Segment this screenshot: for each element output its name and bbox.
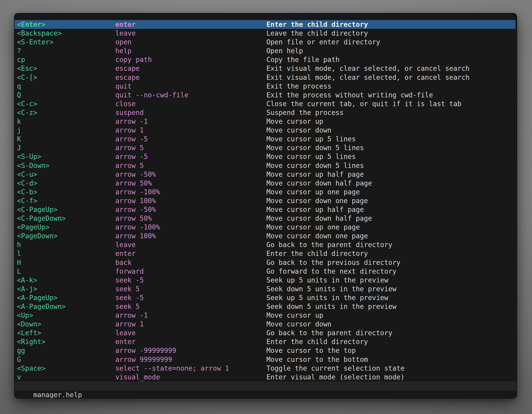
- help-row[interactable]: <C-d>arrow 50%Move cursor down half page: [15, 179, 515, 188]
- cmd-cell: leave: [115, 29, 266, 38]
- help-row[interactable]: <A-j>seek 5Seek down 5 units in the prev…: [15, 285, 515, 293]
- desc-cell: Open help: [266, 47, 515, 55]
- key-cell: <C-u>: [17, 170, 115, 179]
- cmd-cell: arrow 5: [115, 143, 266, 152]
- key-cell: Q: [17, 91, 115, 99]
- key-cell: <PageDown>: [17, 231, 115, 240]
- help-row[interactable]: <C-z>suspendSuspend the process: [15, 108, 515, 117]
- help-row[interactable]: qquitExit the process: [15, 82, 515, 91]
- help-row-selected[interactable]: <Enter>enterEnter the child directory: [15, 20, 515, 29]
- desc-cell: Move cursor up one page: [266, 188, 515, 196]
- help-row[interactable]: vvisual_modeEnter visual mode (selection…: [15, 373, 515, 382]
- desktop: { "app": "terminal-file-manager-help", "…: [0, 0, 532, 414]
- help-row[interactable]: <C-c>closeClose the current tab, or quit…: [15, 99, 515, 108]
- help-row[interactable]: karrow -1Move cursor up: [15, 117, 515, 126]
- key-cell: <C-PageDown>: [17, 214, 115, 223]
- help-row[interactable]: lenterEnter the child directory: [15, 249, 515, 258]
- cmd-cell: arrow -99999999: [115, 346, 266, 355]
- key-cell: gg: [17, 346, 115, 355]
- cmd-cell: leave: [115, 328, 266, 337]
- help-keybinding-list: <Enter>enterEnter the child directory<Ba…: [15, 20, 517, 382]
- key-cell: <Space>: [17, 364, 115, 373]
- cmd-cell: arrow -1: [115, 311, 266, 320]
- key-cell: <A-PageUp>: [17, 293, 115, 302]
- key-cell: <C-b>: [17, 188, 115, 196]
- cmd-cell: arrow -5: [115, 135, 266, 143]
- desc-cell: Exit the process without writing cwd-fil…: [266, 91, 515, 99]
- help-row[interactable]: <C-b>arrow -100%Move cursor up one page: [15, 188, 515, 196]
- key-cell: k: [17, 117, 115, 126]
- cmd-cell: arrow -100%: [115, 188, 266, 196]
- help-row[interactable]: <A-PageDown>seek 5Seek down 5 units in t…: [15, 302, 515, 311]
- help-row[interactable]: <A-k>seek -5Seek up 5 units in the previ…: [15, 276, 515, 285]
- desc-cell: Seek up 5 units in the preview: [266, 293, 515, 302]
- desc-cell: Go back to the parent directory: [266, 240, 515, 249]
- help-row[interactable]: Karrow -5Move cursor up 5 lines: [15, 135, 515, 143]
- cmd-cell: arrow 50%: [115, 214, 266, 223]
- help-row[interactable]: <Right>enterEnter the child directory: [15, 337, 515, 346]
- desc-cell: Go back to the parent directory: [266, 328, 515, 337]
- cmd-cell: arrow -100%: [115, 223, 266, 231]
- help-row[interactable]: <Esc>escapeExit visual mode, clear selec…: [15, 64, 515, 73]
- cmd-cell: arrow -1: [115, 117, 266, 126]
- help-row[interactable]: jarrow 1Move cursor down: [15, 126, 515, 135]
- help-row[interactable]: HbackGo back to the previous directory: [15, 258, 515, 267]
- help-row[interactable]: <Backspace>leaveLeave the child director…: [15, 29, 515, 38]
- help-row[interactable]: <Down>arrow 1Move cursor down: [15, 320, 515, 328]
- cmd-cell: arrow 5: [115, 161, 266, 170]
- help-row[interactable]: <A-PageUp>seek -5Seek up 5 units in the …: [15, 293, 515, 302]
- help-row[interactable]: hleaveGo back to the parent directory: [15, 240, 515, 249]
- help-row[interactable]: <C-PageUp>arrow -50%Move cursor up half …: [15, 205, 515, 214]
- desc-cell: Enter the child directory: [266, 249, 515, 258]
- help-row[interactable]: cpcopy pathCopy the file path: [15, 55, 515, 64]
- help-row[interactable]: <S-Up>arrow -5Move cursor up 5 lines: [15, 152, 515, 161]
- cmd-cell: enter: [115, 337, 266, 346]
- help-row[interactable]: <C-f>arrow 100%Move cursor down one page: [15, 196, 515, 205]
- cmd-cell: arrow 100%: [115, 196, 266, 205]
- key-cell: <A-k>: [17, 276, 115, 285]
- desc-cell: Seek down 5 units in the preview: [266, 302, 515, 311]
- cmd-cell: arrow -50%: [115, 170, 266, 179]
- help-row[interactable]: Jarrow 5Move cursor down 5 lines: [15, 143, 515, 152]
- help-row[interactable]: ?helpOpen help: [15, 47, 515, 55]
- key-cell: <C-f>: [17, 196, 115, 205]
- cmd-cell: close: [115, 99, 266, 108]
- help-row[interactable]: <PageUp>arrow -100%Move cursor up one pa…: [15, 223, 515, 231]
- cmd-cell: arrow 100%: [115, 231, 266, 240]
- desc-cell: Close the current tab, or quit if it is …: [266, 99, 515, 108]
- help-row[interactable]: Qquit --no-cwd-fileExit the process with…: [15, 91, 515, 99]
- desc-cell: Move cursor up: [266, 311, 515, 320]
- help-row[interactable]: <S-Enter>openOpen file or enter director…: [15, 38, 515, 47]
- desc-cell: Move cursor down half page: [266, 214, 515, 223]
- desc-cell: Move cursor down half page: [266, 179, 515, 188]
- cmd-cell: enter: [115, 249, 266, 258]
- help-row[interactable]: <C-PageDown>arrow 50%Move cursor down ha…: [15, 214, 515, 223]
- help-row[interactable]: <PageDown>arrow 100%Move cursor down one…: [15, 231, 515, 240]
- desc-cell: Enter the child directory: [266, 20, 515, 29]
- desc-cell: Move cursor up one page: [266, 223, 515, 231]
- help-row[interactable]: LforwardGo forward to the next directory: [15, 267, 515, 276]
- help-row[interactable]: <S-Down>arrow 5Move cursor down 5 lines: [15, 161, 515, 170]
- help-row[interactable]: <C-[>escapeExit visual mode, clear selec…: [15, 73, 515, 82]
- desc-cell: Open file or enter directory: [266, 38, 515, 47]
- desc-cell: Move cursor up: [266, 117, 515, 126]
- desc-cell: Move cursor up half page: [266, 170, 515, 179]
- help-row[interactable]: <Up>arrow -1Move cursor up: [15, 311, 515, 320]
- desc-cell: Go back to the previous directory: [266, 258, 515, 267]
- key-cell: H: [17, 258, 115, 267]
- key-cell: J: [17, 143, 115, 152]
- desc-cell: Move cursor down: [266, 126, 515, 135]
- cmd-cell: help: [115, 47, 266, 55]
- cmd-cell: back: [115, 258, 266, 267]
- help-row[interactable]: <Left>leaveGo back to the parent directo…: [15, 328, 515, 337]
- help-row[interactable]: ggarrow -99999999Move cursor to the top: [15, 346, 515, 355]
- cmd-cell: arrow 1: [115, 126, 266, 135]
- key-cell: <Down>: [17, 320, 115, 328]
- help-row[interactable]: <Space>select --state=none; arrow 1Toggl…: [15, 364, 515, 373]
- desc-cell: Exit the process: [266, 82, 515, 91]
- key-cell: K: [17, 135, 115, 143]
- help-row[interactable]: <C-u>arrow -50%Move cursor up half page: [15, 170, 515, 179]
- help-row[interactable]: Garrow 99999999Move cursor to the bottom: [15, 355, 515, 364]
- desc-cell: Move cursor down 5 lines: [266, 161, 515, 170]
- key-cell: <C-PageUp>: [17, 205, 115, 214]
